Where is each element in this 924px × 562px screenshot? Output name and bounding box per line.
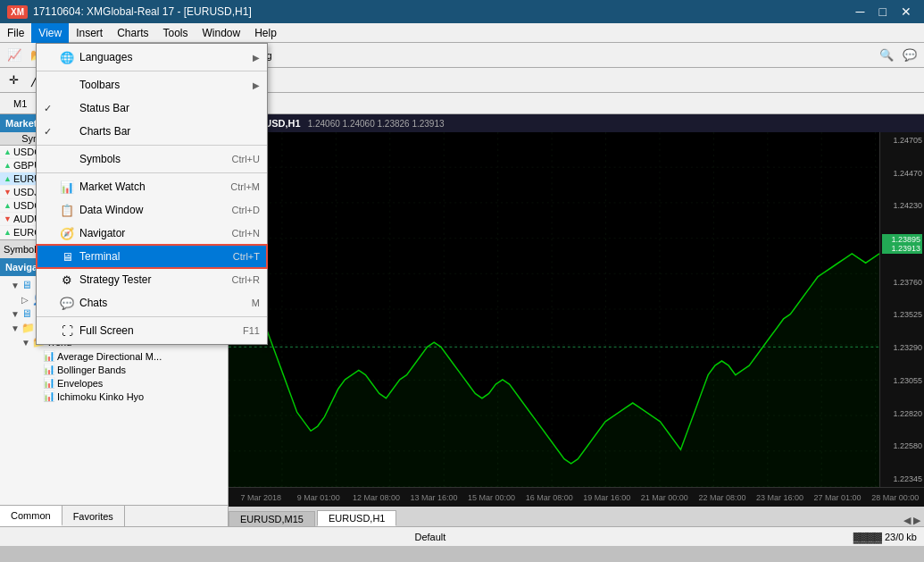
- chart-tabs: EURUSD,M15 EURUSD,H1 ◀ ▶: [229, 507, 924, 526]
- toolbars-icon: [58, 76, 76, 94]
- tree-ichimoku[interactable]: 📊 Ichimoku Kinko Hyo: [0, 390, 228, 403]
- chats-icon: 💬: [58, 294, 76, 312]
- price-1.23290: 1.23290: [882, 343, 922, 352]
- close-button[interactable]: ✕: [895, 3, 917, 21]
- menu-tools[interactable]: Tools: [156, 23, 196, 43]
- price-1.22345: 1.22345: [882, 474, 922, 483]
- crosshair-button[interactable]: ✛: [4, 71, 23, 90]
- title-bar-controls: ─ □ ✕: [851, 3, 917, 21]
- tree-avg-directional[interactable]: 📊 Average Directional M...: [0, 349, 228, 363]
- indicators-icon: 📁: [21, 322, 36, 334]
- chart-canvas[interactable]: 1.24705 1.24470 1.24230 1.238951.23913 1…: [229, 132, 924, 487]
- time-16mar: 16 Mar 08:00: [520, 493, 579, 502]
- demo-server-icon: 🖥: [21, 307, 36, 320]
- time-19mar: 19 Mar 16:00: [578, 493, 636, 502]
- dropdown-fullscreen[interactable]: ⛶ Full Screen F11: [37, 319, 267, 342]
- tab-common[interactable]: Common: [0, 506, 62, 526]
- time-22mar: 22 Mar 08:00: [694, 493, 752, 502]
- tf-m1[interactable]: M1: [7, 96, 33, 111]
- server-icon: 🖥: [21, 279, 36, 291]
- strategytester-icon: ⚙: [58, 271, 76, 289]
- time-13mar: 13 Mar 16:00: [405, 493, 463, 502]
- dropdown-datawindow[interactable]: 📋 Data Window Ctrl+D: [37, 198, 267, 222]
- menu-bar: File View Insert Charts Tools Window Hel…: [0, 23, 924, 43]
- menu-charts[interactable]: Charts: [110, 23, 155, 43]
- price-1.24470: 1.24470: [882, 169, 922, 178]
- time-7mar: 7 Mar 2018: [232, 493, 290, 502]
- dropdown-chartsbar[interactable]: ✓ Charts Bar: [37, 120, 267, 143]
- price-1.22580: 1.22580: [882, 441, 922, 450]
- price-1.23525: 1.23525: [882, 310, 922, 319]
- terminal-icon: 🖥: [58, 247, 76, 265]
- datawindow-icon: 📋: [58, 201, 76, 219]
- search-button[interactable]: 🔍: [876, 46, 897, 65]
- chart-tab-h1[interactable]: EURUSD,H1: [317, 510, 397, 526]
- maximize-button[interactable]: □: [874, 3, 892, 21]
- time-axis: 7 Mar 2018 9 Mar 01:00 12 Mar 08:00 13 M…: [229, 487, 924, 507]
- chart-prices: 1.24060 1.24060 1.23826 1.23913: [308, 119, 445, 129]
- separator-3: [37, 172, 267, 173]
- menu-window[interactable]: Window: [196, 23, 248, 43]
- minimize-button[interactable]: ─: [851, 3, 870, 21]
- time-9mar: 9 Mar 01:00: [290, 493, 348, 502]
- menu-view[interactable]: View: [31, 23, 69, 43]
- chat-button[interactable]: 💬: [899, 46, 920, 65]
- time-27mar: 27 Mar 01:00: [809, 493, 867, 502]
- dropdown-toolbars[interactable]: Toolbars ▶: [37, 73, 267, 96]
- scroll-arrows[interactable]: ◀ ▶: [903, 515, 920, 526]
- menu-file[interactable]: File: [0, 23, 31, 43]
- navigator-icon: 🧭: [58, 224, 76, 242]
- status-right: ▓▓▓▓ 23/0 kb: [853, 532, 917, 542]
- fullscreen-icon: ⛶: [58, 322, 76, 340]
- separator-1: [37, 71, 267, 71]
- title-bar: XM 17110604: XMGlobal-Real 17 - [EURUSD,…: [0, 0, 924, 23]
- price-axis: 1.24705 1.24470 1.24230 1.238951.23913 1…: [879, 132, 924, 487]
- time-15mar: 15 Mar 00:00: [462, 493, 520, 502]
- indicator-icon-4: 📊: [43, 390, 57, 402]
- separator-4: [37, 316, 267, 317]
- chartsbar-icon: [58, 122, 76, 140]
- price-1.22820: 1.22820: [882, 409, 922, 418]
- tab-favorites[interactable]: Favorites: [62, 506, 125, 526]
- price-1.23760: 1.23760: [882, 278, 922, 287]
- languages-icon: 🌐: [58, 48, 76, 66]
- indicator-icon-2: 📊: [43, 364, 57, 375]
- title-bar-title: 17110604: XMGlobal-Real 17 - [EURUSD,H1]: [33, 5, 252, 18]
- price-1.23055: 1.23055: [882, 376, 922, 385]
- dropdown-marketwatch[interactable]: 📊 Market Watch Ctrl+M: [37, 175, 267, 198]
- menu-insert[interactable]: Insert: [69, 23, 110, 43]
- view-dropdown: 🌐 Languages ▶ Toolbars ▶ ✓ Status Bar ✓ …: [36, 43, 268, 345]
- dropdown-terminal[interactable]: 🖥 Terminal Ctrl+T: [37, 245, 267, 268]
- time-23mar: 23 Mar 16:00: [751, 493, 809, 502]
- dropdown-chats[interactable]: 💬 Chats M: [37, 291, 267, 315]
- chart-tab-m15[interactable]: EURUSD,M15: [229, 511, 315, 526]
- dropdown-navigator[interactable]: 🧭 Navigator Ctrl+N: [37, 222, 267, 245]
- dropdown-strategytester[interactable]: ⚙ Strategy Tester Ctrl+R: [37, 268, 267, 291]
- marketwatch-icon: 📊: [58, 178, 76, 196]
- chart-svg: [229, 132, 879, 487]
- separator-2: [37, 145, 267, 146]
- dropdown-statusbar[interactable]: ✓ Status Bar: [37, 96, 267, 120]
- status-center: Default: [414, 532, 445, 542]
- indicator-icon-1: 📊: [43, 350, 57, 362]
- symbols-icon: [58, 150, 76, 168]
- menu-help[interactable]: Help: [247, 23, 284, 43]
- time-12mar: 12 Mar 08:00: [347, 493, 405, 502]
- time-21mar: 21 Mar 00:00: [636, 493, 694, 502]
- tree-envelopes[interactable]: 📊 Envelopes: [0, 376, 228, 390]
- price-current: 1.238951.23913: [882, 234, 922, 254]
- statusbar-icon: [58, 99, 76, 117]
- status-bar: Default ▓▓▓▓ 23/0 kb: [0, 526, 924, 546]
- time-28mar: 28 Mar 00:00: [866, 493, 924, 502]
- dropdown-languages[interactable]: 🌐 Languages ▶: [37, 46, 267, 69]
- new-chart-button[interactable]: 📈: [4, 46, 25, 65]
- chart-header: ◀ EURUSD,H1 1.24060 1.24060 1.23826 1.23…: [229, 114, 924, 132]
- dropdown-symbols[interactable]: Symbols Ctrl+U: [37, 147, 267, 171]
- title-bar-left: XM 17110604: XMGlobal-Real 17 - [EURUSD,…: [7, 5, 252, 19]
- chart-area: ◀ EURUSD,H1 1.24060 1.24060 1.23826 1.23…: [229, 114, 924, 526]
- indicator-icon-3: 📊: [43, 377, 57, 389]
- price-1.24705: 1.24705: [882, 136, 922, 145]
- tree-bollinger[interactable]: 📊 Bollinger Bands: [0, 363, 228, 376]
- bottom-tabs: Common Favorites: [0, 505, 228, 526]
- app-logo: XM: [7, 5, 28, 19]
